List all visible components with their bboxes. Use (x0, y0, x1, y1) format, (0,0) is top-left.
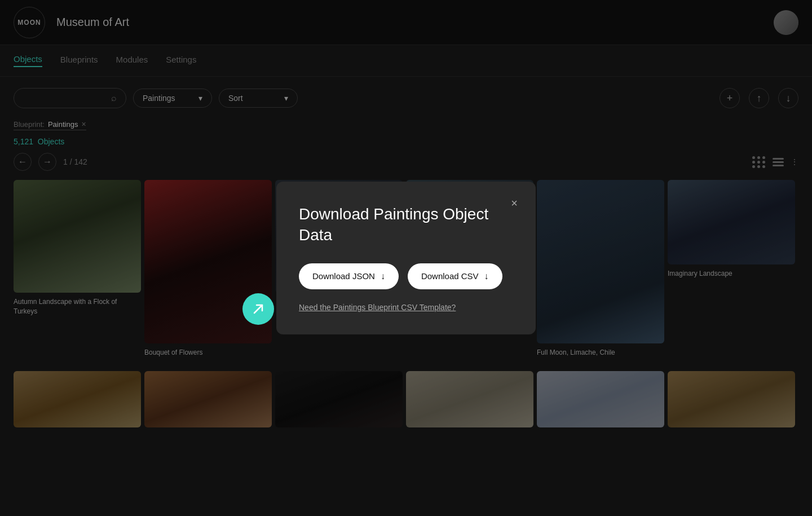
modal-title: Download Paintings Object Data (299, 204, 513, 245)
download-json-button[interactable]: Download JSON ↓ (299, 263, 399, 289)
download-csv-label: Download CSV (421, 271, 479, 281)
modal-overlay[interactable]: × Download Paintings Object Data Downloa… (0, 0, 812, 516)
modal-buttons: Download JSON ↓ Download CSV ↓ (299, 263, 513, 289)
modal-template-link[interactable]: Need the Paintings Blueprint CSV Templat… (299, 303, 513, 312)
download-csv-icon: ↓ (484, 271, 489, 281)
arrow-icon (251, 302, 265, 316)
download-modal: × Download Paintings Object Data Downloa… (276, 182, 536, 334)
template-link-text[interactable]: Need the Paintings Blueprint CSV Templat… (299, 303, 456, 312)
download-csv-button[interactable]: Download CSV ↓ (408, 263, 502, 289)
download-json-label: Download JSON (312, 271, 375, 281)
arrow-button[interactable] (242, 293, 274, 325)
svg-line-0 (254, 305, 262, 313)
modal-close-button[interactable]: × (504, 193, 524, 213)
download-json-icon: ↓ (381, 271, 385, 281)
